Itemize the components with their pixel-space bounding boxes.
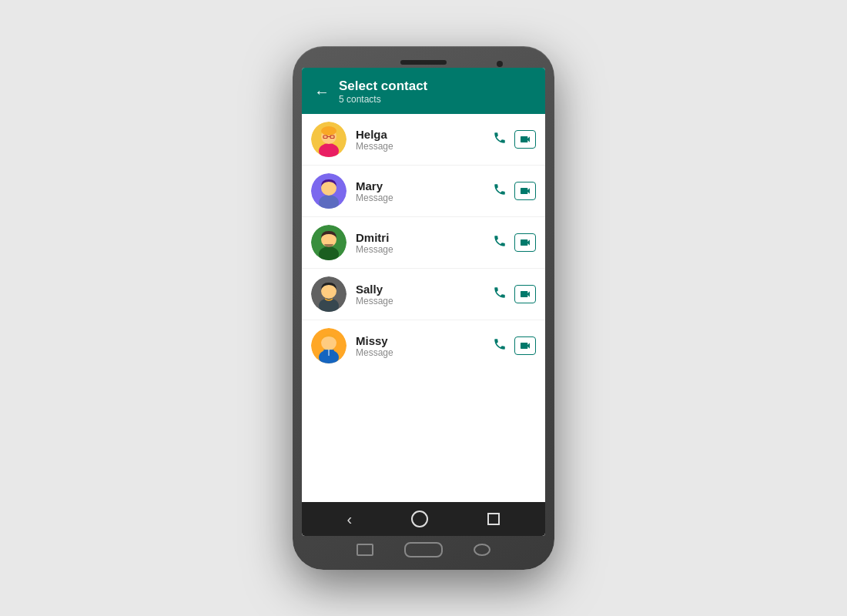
- action-icons-dmitri: [490, 231, 536, 255]
- contact-name-sally: Sally: [356, 283, 490, 296]
- contact-info-mary: Mary Message: [356, 179, 490, 203]
- phone-speaker: [400, 60, 447, 65]
- call-button-missy[interactable]: [490, 334, 510, 358]
- contact-message-sally: Message: [356, 296, 490, 306]
- action-icons-helga: [490, 128, 536, 152]
- action-icons-sally: [490, 283, 536, 306]
- contact-message-mary: Message: [356, 192, 490, 203]
- video-button-mary[interactable]: [514, 182, 536, 200]
- phone-camera: [497, 61, 503, 67]
- contact-info-missy: Missy Message: [356, 334, 490, 358]
- contact-name-helga: Helga: [356, 128, 490, 141]
- app-header: ← Select contact 5 contacts: [302, 68, 545, 114]
- contact-info-sally: Sally Message: [356, 283, 490, 306]
- phone-back-physical-button[interactable]: [474, 544, 490, 556]
- nav-back-button[interactable]: ‹: [347, 511, 353, 528]
- header-text: Select contact 5 contacts: [339, 79, 427, 105]
- call-button-sally[interactable]: [490, 283, 510, 306]
- contact-item-helga[interactable]: Helga Message: [302, 114, 545, 166]
- contacts-list: Helga Message: [302, 114, 545, 502]
- call-button-helga[interactable]: [490, 128, 510, 152]
- action-icons-mary: [490, 179, 536, 203]
- nav-recents-button[interactable]: [487, 513, 500, 525]
- avatar-helga: [311, 122, 346, 157]
- avatar-dmitri: [311, 225, 346, 260]
- contact-count: 5 contacts: [339, 94, 427, 105]
- video-button-sally[interactable]: [514, 285, 536, 303]
- back-button[interactable]: ←: [314, 83, 330, 101]
- avatar-sally: [311, 276, 346, 312]
- phone-device: ← Select contact 5 contacts: [293, 46, 554, 570]
- contact-item-mary[interactable]: Mary Message: [302, 166, 545, 217]
- action-icons-missy: [490, 334, 536, 358]
- android-nav-bar: ‹: [302, 502, 545, 536]
- contact-info-dmitri: Dmitri Message: [356, 231, 490, 255]
- phone-top-bar: [302, 55, 545, 68]
- phone-bottom-bar: [302, 536, 545, 561]
- page-title: Select contact: [339, 79, 427, 94]
- contact-message-missy: Message: [356, 347, 490, 358]
- svg-point-3: [321, 126, 336, 136]
- video-button-missy[interactable]: [514, 336, 536, 355]
- contact-message-helga: Message: [356, 141, 490, 152]
- contact-name-mary: Mary: [356, 179, 490, 192]
- phone-multitask-icon: [357, 544, 373, 556]
- contact-item-missy[interactable]: Missy Message: [302, 320, 545, 371]
- avatar-mary: [311, 173, 346, 209]
- phone-home-physical-button[interactable]: [404, 542, 443, 557]
- contact-name-missy: Missy: [356, 334, 490, 347]
- call-button-mary[interactable]: [490, 179, 510, 203]
- contact-item-sally[interactable]: Sally Message: [302, 269, 545, 320]
- video-button-helga[interactable]: [514, 130, 536, 149]
- contact-name-dmitri: Dmitri: [356, 231, 490, 244]
- contact-item-dmitri[interactable]: Dmitri Message: [302, 217, 545, 269]
- contact-message-dmitri: Message: [356, 244, 490, 255]
- video-button-dmitri[interactable]: [514, 233, 536, 252]
- nav-home-button[interactable]: [411, 511, 428, 527]
- avatar-missy: [311, 328, 346, 363]
- call-button-dmitri[interactable]: [490, 231, 510, 255]
- phone-screen: ← Select contact 5 contacts: [302, 68, 545, 536]
- contact-info-helga: Helga Message: [356, 128, 490, 152]
